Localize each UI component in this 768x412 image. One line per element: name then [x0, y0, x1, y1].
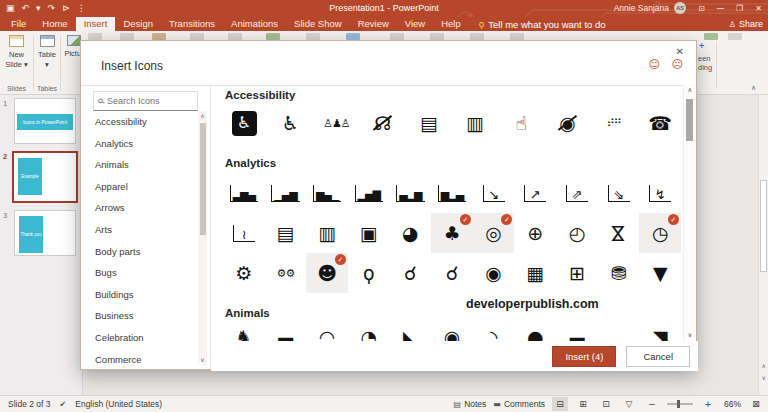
- icon-grid-scrollbar[interactable]: ∧ ∨: [683, 85, 695, 341]
- people-accessibility-icon[interactable]: ♙♟♙: [315, 103, 357, 143]
- feedback-smile-icon[interactable]: ☺: [649, 58, 660, 71]
- category-business[interactable]: Business: [81, 305, 197, 327]
- restore-button[interactable]: ❐: [730, 0, 749, 17]
- grid-scroll-up-button[interactable]: ∧: [684, 85, 696, 96]
- category-apparel[interactable]: Apparel: [81, 176, 197, 198]
- bar-chart-rising-icon[interactable]: ▁▄▆: [265, 173, 307, 213]
- gears-icon[interactable]: ⚙⚙: [265, 253, 307, 293]
- category-scrollbar-thumb[interactable]: [200, 123, 206, 235]
- tell-me-box[interactable]: ϙ Tell me what you want to do: [479, 17, 606, 31]
- category-celebration[interactable]: Celebration: [81, 327, 197, 349]
- framed-bar-decline-icon[interactable]: ▆▂▄: [431, 173, 473, 213]
- presentation-column-chart-icon[interactable]: ▥: [306, 213, 348, 253]
- zoom-slider-thumb[interactable]: [677, 400, 680, 408]
- zigzag-decline-icon[interactable]: ≀: [223, 213, 265, 253]
- dog-icon[interactable]: ▄: [265, 323, 307, 341]
- category-arrows[interactable]: Arrows: [81, 197, 197, 219]
- minimize-button[interactable]: —: [711, 0, 730, 17]
- tab-insert[interactable]: Insert: [76, 17, 116, 31]
- zoom-slider[interactable]: [667, 403, 693, 405]
- math-operations-icon[interactable]: ▦: [514, 253, 556, 293]
- fit-slide-button[interactable]: ⊠: [748, 397, 764, 411]
- target-arrow-icon[interactable]: ◎✓: [473, 213, 515, 253]
- comments-button[interactable]: ▬ Comments: [493, 399, 545, 409]
- category-accessibility[interactable]: Accessibility: [81, 111, 197, 133]
- blind-eye-icon[interactable]: ◉: [547, 103, 589, 143]
- slide-thumbnail-2[interactable]: Example: [12, 151, 78, 203]
- accessibility-sign-icon[interactable]: ♿: [223, 103, 265, 143]
- framed-bar-growth-icon[interactable]: ▄▂▆: [390, 173, 432, 213]
- magnifier-analysis-icon[interactable]: ☌: [431, 253, 473, 293]
- tab-slide-show[interactable]: Slide Show: [286, 17, 350, 31]
- monkey-face-icon[interactable]: ◔: [348, 323, 390, 341]
- category-scroll-up-button[interactable]: ∧: [198, 111, 207, 121]
- table-grid-icon[interactable]: ⊞: [556, 253, 598, 293]
- crocodile-icon[interactable]: ▂: [598, 323, 640, 341]
- reading-view-button[interactable]: ⊡: [598, 397, 614, 411]
- table-button[interactable]: Table ▾: [34, 35, 60, 70]
- category-bugs[interactable]: Bugs: [81, 262, 197, 284]
- snail-icon[interactable]: ◉: [431, 323, 473, 341]
- cancel-button[interactable]: Cancel: [626, 346, 690, 367]
- parrot-icon[interactable]: ◝: [473, 323, 515, 341]
- braille-icon[interactable]: ⠞⠛: [593, 103, 635, 143]
- sign-language-hand-icon[interactable]: ☝: [500, 103, 542, 143]
- share-button[interactable]: ♙ Share: [729, 17, 763, 31]
- chat-message-icon[interactable]: ▥: [454, 103, 496, 143]
- pie-chart-icon[interactable]: ◕: [390, 213, 432, 253]
- slide-thumbnail-3[interactable]: Thank you: [14, 210, 76, 256]
- slideshow-button[interactable]: ▽: [621, 397, 637, 411]
- crosshair-target-icon[interactable]: ⊕: [514, 213, 556, 253]
- cat-icon[interactable]: ♞: [223, 323, 265, 341]
- database-icon[interactable]: ⛃: [598, 253, 640, 293]
- trend-down-arrow-icon[interactable]: ⇘: [598, 173, 640, 213]
- magnifier-icon[interactable]: ☌: [390, 253, 432, 293]
- new-slide-button[interactable]: New Slide ▾: [0, 35, 33, 70]
- hourglass-icon[interactable]: ⋈: [598, 213, 640, 253]
- zoom-out-button[interactable]: −: [644, 397, 660, 411]
- presentation-pie-chart-icon[interactable]: ▣: [348, 213, 390, 253]
- deaf-ear-icon[interactable]: ☊: [362, 103, 404, 143]
- previous-slide-button[interactable]: ∧: [762, 362, 766, 369]
- tab-home[interactable]: Home: [34, 17, 75, 31]
- notes-button[interactable]: ▤ Notes: [454, 399, 487, 409]
- eye-icon[interactable]: ◉: [473, 253, 515, 293]
- filter-funnel-icon[interactable]: ▼: [639, 253, 681, 293]
- category-analytics[interactable]: Analytics: [81, 133, 197, 155]
- slide-sorter-button[interactable]: ⊞: [575, 397, 591, 411]
- user-avatar[interactable]: AS: [674, 2, 686, 14]
- tab-transitions[interactable]: Transitions: [161, 17, 223, 31]
- grid-scrollbar-thumb[interactable]: [686, 99, 693, 141]
- trend-up-arrow-icon[interactable]: ⇗: [556, 173, 598, 213]
- category-animals[interactable]: Animals: [81, 154, 197, 176]
- bar-chart-icon[interactable]: ▃▆▄: [223, 173, 265, 213]
- stopwatch-icon[interactable]: ◷✓: [639, 213, 681, 253]
- tab-design[interactable]: Design: [115, 17, 161, 31]
- scatter-trend-icon[interactable]: ↯: [639, 173, 681, 213]
- line-chart-down-icon[interactable]: ↘: [473, 173, 515, 213]
- grid-scroll-down-button[interactable]: ∨: [684, 330, 696, 341]
- whale-icon[interactable]: ▄: [556, 323, 598, 341]
- zoom-in-button[interactable]: +: [700, 397, 716, 411]
- category-buildings[interactable]: Buildings: [81, 284, 197, 306]
- presentation-bar-chart-icon[interactable]: ▤: [265, 213, 307, 253]
- turtle-icon[interactable]: ◠: [306, 323, 348, 341]
- tab-help[interactable]: Help: [433, 17, 469, 31]
- edit-scrollbar[interactable]: [758, 95, 768, 395]
- hedgehog-icon[interactable]: ●: [514, 323, 556, 341]
- tab-review[interactable]: Review: [350, 17, 397, 31]
- ribbon-display-options-button[interactable]: ⊡: [692, 0, 711, 17]
- category-arts[interactable]: Arts: [81, 219, 197, 241]
- bar-chart-falling-icon[interactable]: ▆▄▁: [306, 173, 348, 213]
- normal-view-button[interactable]: ⊟: [552, 397, 568, 411]
- bird-icon[interactable]: ◣: [390, 323, 432, 341]
- insert-button[interactable]: Insert (4): [552, 346, 616, 367]
- closed-caption-icon[interactable]: ▤: [408, 103, 450, 143]
- spell-check-icon[interactable]: ✔: [60, 400, 67, 409]
- squirrel-icon[interactable]: ◥: [639, 323, 681, 341]
- dialog-close-button[interactable]: ✕: [676, 46, 684, 57]
- lightbulb-icon[interactable]: ϙ: [348, 253, 390, 293]
- mind-gears-icon[interactable]: ☻✓: [306, 253, 348, 293]
- line-chart-up-icon[interactable]: ↗: [514, 173, 556, 213]
- search-box[interactable]: ☌: [93, 91, 198, 111]
